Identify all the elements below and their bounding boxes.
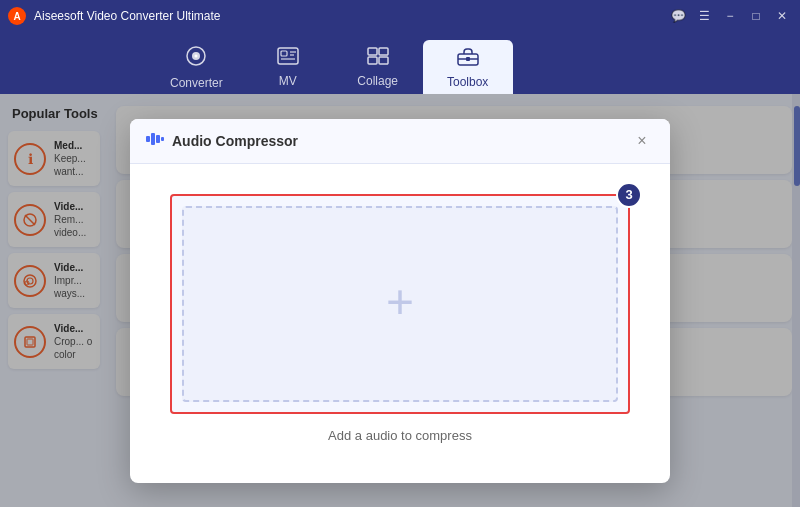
main-content: Popular Tools ℹ Med... Keep... want... V… (0, 94, 800, 507)
tab-mv[interactable]: MV (243, 40, 333, 94)
svg-rect-30 (151, 133, 155, 145)
modal-title: Audio Compressor (172, 133, 298, 149)
tab-toolbox-label: Toolbox (447, 75, 488, 89)
mv-icon (277, 47, 299, 70)
upload-badge: 3 (616, 182, 642, 208)
svg-rect-31 (156, 135, 160, 143)
maximize-btn[interactable]: □ (746, 6, 766, 26)
svg-rect-32 (161, 137, 164, 141)
app-logo: A (8, 7, 26, 25)
title-bar: A Aiseesoft Video Converter Ultimate 💬 ☰… (0, 0, 800, 32)
tab-collage-label: Collage (357, 74, 398, 88)
tab-converter-label: Converter (170, 76, 223, 90)
svg-rect-9 (379, 48, 388, 55)
title-bar-controls: 💬 ☰ − □ ✕ (668, 6, 792, 26)
svg-rect-29 (146, 136, 150, 142)
app-title: Aiseesoft Video Converter Ultimate (34, 9, 221, 23)
modal-overlay: Audio Compressor × + 3 Add a audio to co… (0, 94, 800, 507)
nav-bar: Converter MV Collage (0, 32, 800, 94)
upload-plus-icon: + (386, 278, 414, 326)
modal-close-btn[interactable]: × (630, 129, 654, 153)
tab-collage[interactable]: Collage (333, 40, 423, 94)
upload-area[interactable]: + (170, 194, 630, 414)
svg-rect-4 (281, 51, 287, 56)
converter-icon (185, 45, 207, 72)
tab-converter[interactable]: Converter (150, 40, 243, 94)
upload-area-inner: + (182, 206, 618, 402)
modal-body: + 3 Add a audio to compress (130, 164, 670, 483)
svg-point-2 (195, 54, 198, 57)
svg-rect-11 (379, 57, 388, 64)
modal-audio-icon (146, 131, 164, 151)
message-btn[interactable]: 💬 (668, 6, 688, 26)
audio-compressor-modal: Audio Compressor × + 3 Add a audio to co… (130, 119, 670, 483)
upload-area-wrapper: + 3 (170, 194, 630, 414)
tab-mv-label: MV (279, 74, 297, 88)
tab-toolbox[interactable]: Toolbox (423, 40, 513, 94)
svg-rect-10 (368, 57, 377, 64)
toolbox-icon (457, 46, 479, 71)
modal-header: Audio Compressor × (130, 119, 670, 164)
svg-rect-14 (466, 57, 470, 61)
collage-icon (367, 47, 389, 70)
menu-btn[interactable]: ☰ (694, 6, 714, 26)
close-btn[interactable]: ✕ (772, 6, 792, 26)
svg-rect-8 (368, 48, 377, 55)
title-bar-left: A Aiseesoft Video Converter Ultimate (8, 7, 221, 25)
upload-label: Add a audio to compress (328, 428, 472, 443)
minimize-btn[interactable]: − (720, 6, 740, 26)
